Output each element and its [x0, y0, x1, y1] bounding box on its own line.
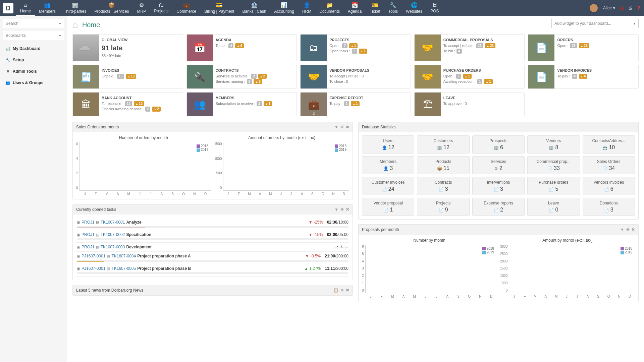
stat-contacts-addres-[interactable]: Contacts/Addres...📇10	[583, 135, 635, 154]
stat-interventions[interactable]: Interventions📄3	[472, 177, 525, 195]
stat-contracts[interactable]: Contracts📄3	[417, 177, 469, 195]
task-row[interactable]: ▣PROJ1▤TK1007-0001Analyze▼ -25%02:30/10:…	[76, 218, 349, 230]
kpi-line: Services to activate : 2 2	[216, 73, 294, 79]
help-icon[interactable]: ❓	[636, 6, 641, 10]
stat-projects[interactable]: Projects📄9	[417, 198, 469, 216]
kpi-line: Open : 25 23	[557, 43, 636, 49]
task-project[interactable]: PJ1607-0001	[82, 254, 105, 258]
kpi-agenda[interactable]: 📅AGENDATo do : 4 4	[186, 34, 297, 61]
kpi-bank[interactable]: 🏛BANK ACCOUNTTo reconcile : 12 12Checks …	[72, 92, 183, 116]
kpi-global[interactable]: GLOBAL VIEW91 late83.49% late	[72, 34, 183, 61]
print-icon[interactable]: 🖨	[628, 6, 632, 10]
kpi-cprop[interactable]: 🤝COMMERCIAL PROPOSALSTo accept | refuse …	[414, 34, 525, 61]
nav-products-services[interactable]: 📦Products | Services	[90, 1, 133, 16]
nav-ticket[interactable]: 🎫Ticket	[366, 1, 384, 16]
kpi-vinv[interactable]: 📄VENDOR INVOICESTo pay : 4 4	[528, 65, 639, 89]
nav-projects[interactable]: 🗂Projects	[150, 1, 172, 16]
stat-members[interactable]: Members👤3	[362, 156, 414, 174]
kpi-po[interactable]: 🤝PURCHASE ORDERSOpen : 1 1Awaiting recep…	[414, 65, 525, 89]
stat-leave[interactable]: Leave📄0	[527, 198, 580, 216]
stat-products[interactable]: Products📦15	[417, 156, 469, 174]
bug-icon[interactable]: 🐞	[619, 6, 624, 10]
stat-vendor-proposal[interactable]: Vendor proposal📄1	[362, 198, 414, 216]
search-input[interactable]: Search	[3, 19, 64, 28]
add-widget-select[interactable]: Add widget to your dashboard...	[551, 19, 639, 28]
task-code[interactable]: TK1007-0001	[101, 220, 125, 225]
stat-donations[interactable]: Donations📄3	[583, 198, 635, 216]
nav-banks-cash[interactable]: 🏦Banks | Cash	[238, 1, 270, 16]
task-code[interactable]: TK1007-0003	[101, 245, 125, 249]
close-icon[interactable]: ✖	[346, 207, 349, 212]
task-row[interactable]: ▣PROJ1▤TK1007-0003Development--:--/--:--	[76, 243, 349, 252]
stat-vendors[interactable]: Vendors🏢8	[527, 135, 580, 154]
nav-tools[interactable]: 🔧Tools	[384, 1, 402, 16]
nav-billing-payment[interactable]: 💳Billing | Payment	[200, 1, 238, 16]
stat-vendors-invoices[interactable]: Vendors invoices📄6	[583, 177, 635, 195]
stat-customers[interactable]: Customers🏢12	[417, 135, 469, 154]
kpi-cont[interactable]: 🔌CONTRACTSServices to activate : 2 2Serv…	[186, 65, 297, 89]
stat-value: 📄9	[419, 207, 468, 213]
task-row[interactable]: ▣PJ1607-0001▤TK1607-0004Project preparat…	[76, 252, 349, 264]
bookmarks-select[interactable]: Bookmarks	[3, 31, 64, 40]
close-icon[interactable]: ✖	[632, 227, 635, 232]
page-title: Home	[82, 21, 100, 29]
sidebar-admin-tools[interactable]: ≡Admin Tools	[3, 66, 64, 77]
close-icon[interactable]: ✖	[346, 288, 349, 293]
kpi-line: To close : 0	[329, 79, 408, 84]
badge: 2	[247, 79, 252, 84]
stat-customer-invoices[interactable]: Customer invoices📄24	[362, 177, 414, 195]
avatar[interactable]	[590, 4, 598, 12]
kpi-vprop[interactable]: 🤝VENDOR PROPOSALSTo accept | refuse : 0T…	[300, 65, 411, 89]
move-icon[interactable]: ✥	[626, 227, 630, 232]
move-icon[interactable]: ✥	[340, 125, 344, 129]
task-row[interactable]: ▣PJ1607-0001▤TK1607-0005Project preparat…	[76, 264, 349, 277]
task-code[interactable]: TK1607-0005	[111, 266, 136, 271]
task-project[interactable]: PJ1607-0001	[82, 266, 105, 271]
app-logo[interactable]: D	[3, 3, 13, 13]
badge: 1	[344, 101, 350, 106]
nav-members[interactable]: 👥Members	[35, 1, 60, 16]
stat-services[interactable]: Services⚙2	[472, 156, 525, 174]
task-code[interactable]: TK1007-0002	[101, 232, 125, 237]
stat-prospects[interactable]: Prospects🏢6	[472, 135, 525, 154]
badge: 12	[125, 101, 132, 106]
home-icon: ⌂	[72, 19, 78, 30]
task-row[interactable]: ▣PROJ1▤TK1007-0002Specification▼ -15%02:…	[76, 230, 349, 243]
nav-agenda[interactable]: 📅Agenda	[344, 1, 366, 16]
nav-hrm[interactable]: 👤HRM	[298, 1, 315, 16]
user-menu[interactable]: Alice	[603, 6, 615, 10]
move-icon[interactable]: ✥	[340, 288, 344, 293]
nav-documents[interactable]: 📁Documents	[315, 1, 344, 16]
stat-expense-reports[interactable]: Expense reports📄2	[472, 198, 525, 216]
nav-third-parties[interactable]: 🏢Third-parties	[60, 1, 90, 16]
nav-mrp[interactable]: ⚙MRP	[133, 1, 150, 16]
nav-accounting[interactable]: 📊Accounting	[270, 1, 298, 16]
filter-icon[interactable]: ▼	[334, 207, 338, 212]
nav-websites[interactable]: 🌐Websites	[402, 1, 426, 16]
close-icon[interactable]: ✖	[346, 125, 349, 129]
task-project[interactable]: PROJ1	[82, 232, 95, 237]
move-icon[interactable]: ✥	[340, 207, 344, 212]
nav-pos[interactable]: 🖥POS	[426, 1, 443, 16]
stat-users[interactable]: Users👤12	[362, 135, 414, 154]
stat-commercial-prop-[interactable]: Commercial prop...📄33	[527, 156, 580, 174]
stat-sales-orders[interactable]: Sales Orders📄34	[583, 156, 635, 174]
filter-icon[interactable]: ▼	[620, 227, 624, 232]
sidebar-my-dashboard[interactable]: 📊My Dashboard	[3, 43, 64, 54]
sidebar-setup[interactable]: 🔧Setup	[3, 54, 64, 66]
task-project[interactable]: PROJ1	[82, 245, 95, 249]
task-project[interactable]: PROJ1	[82, 220, 95, 225]
copy-icon[interactable]: 📋	[333, 288, 338, 293]
kpi-mem[interactable]: 👥MEMBERSSubscription to receive : 3 1	[186, 92, 297, 116]
stat-purchase-orders[interactable]: Purchase orders📄5	[527, 177, 580, 195]
kpi-orders[interactable]: 📄ORDERSOpen : 25 23	[528, 34, 639, 61]
task-code[interactable]: TK1607-0004	[111, 254, 136, 258]
kpi-projects[interactable]: 🗂PROJECTSOpen : 7 1Open tasks : 9 1	[300, 34, 411, 61]
kpi-inv[interactable]: 🧾INVOICESUnpaid : 15 13	[72, 65, 183, 89]
kpi-leave[interactable]: ⛱LEAVETo approve : 0	[414, 92, 525, 116]
filter-icon[interactable]: ▼	[334, 125, 338, 129]
kpi-exp[interactable]: 💼2EXPENSE REPORTTo pay : 1 1	[300, 92, 411, 116]
sidebar-users-groups[interactable]: 👥Users & Groups	[3, 77, 64, 88]
nav-home[interactable]: ⌂Home	[16, 1, 35, 16]
nav-commerce[interactable]: 💼Commerce	[173, 1, 201, 16]
